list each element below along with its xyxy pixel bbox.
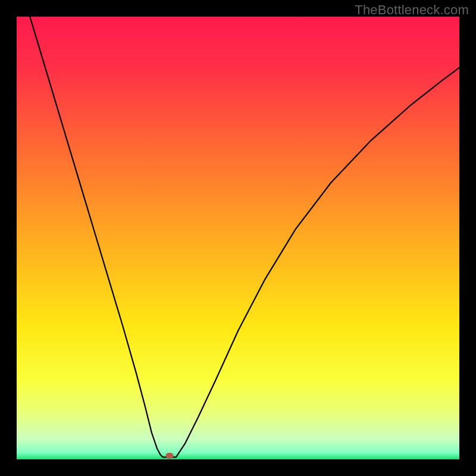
- minimum-marker: [165, 453, 173, 459]
- plot-area: [17, 17, 459, 459]
- watermark-text: TheBottleneck.com: [355, 2, 469, 18]
- bottleneck-curve: [17, 17, 459, 459]
- chart-frame: TheBottleneck.com: [0, 0, 476, 476]
